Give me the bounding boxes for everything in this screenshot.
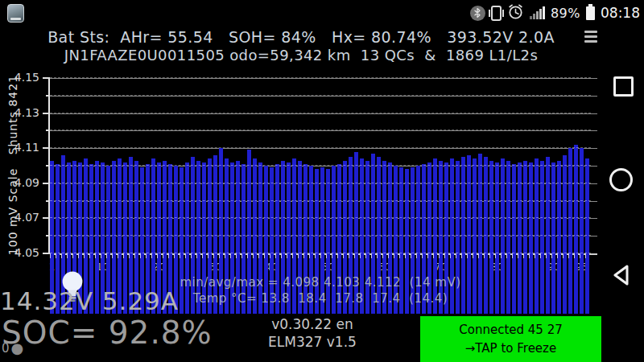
y-axis-tick [43, 217, 50, 219]
battery-status-line: Bat Sts: AHr= 55.54 SOH= 84% Hx= 80.74% … [0, 28, 602, 46]
gridline [50, 78, 597, 79]
gridline [50, 96, 597, 97]
x-axis-ticks [50, 253, 591, 258]
home-button-icon[interactable] [609, 168, 633, 191]
cell-voltage-bar [478, 154, 482, 314]
back-button-icon[interactable] [609, 262, 634, 291]
adapter-version-label: ELM327 v1.5 [232, 334, 393, 350]
y-axis-tick [43, 113, 50, 114]
gridline-dashed [50, 235, 591, 236]
aux-battery-readout: 14.32V 5.29A [0, 286, 179, 315]
y-tick-label: 4.05 [14, 246, 39, 259]
battery-icon [586, 6, 595, 20]
gridline-dashed [50, 113, 591, 113]
battery-percent-label: 89% [551, 6, 580, 21]
gridline-dashed [50, 95, 591, 96]
bluetooth-icon [470, 6, 485, 21]
y-axis-tick [43, 183, 50, 184]
gridline-dashed [50, 130, 591, 130]
page-indicator: 0 ● [2, 341, 23, 356]
y-tick-label: 4.09 [14, 176, 39, 189]
gridline-dashed [50, 147, 591, 148]
y-tick-label: 4.07 [14, 211, 39, 224]
y-axis-tick [43, 147, 50, 149]
gridline-dashed [50, 77, 591, 78]
cell-voltage-bar [371, 154, 375, 314]
page-indicator-number: 0 [2, 341, 10, 356]
signal-icon [530, 6, 545, 19]
y-tick-label: 4.13 [14, 106, 39, 119]
gridline [50, 130, 597, 131]
status-bar-right: 89% 08:18 [470, 0, 640, 26]
y-tick-label: 4.11 [14, 141, 39, 154]
gridline-dashed [50, 165, 591, 166]
gridline-dashed [50, 217, 591, 218]
soc-readout: SOC= 92.8% [2, 315, 213, 351]
menu-icon[interactable] [584, 31, 598, 45]
y-tick-label: 4.15 [14, 71, 39, 84]
connect-status-label: Connected 45 27 [459, 321, 562, 339]
y-axis: 4.154.134.114.094.074.05 [0, 78, 50, 255]
leafspy-screen: 89% 08:18 Bat Sts: AHr= 55.54 SOH= 84% H… [0, 0, 644, 362]
clock-label: 08:18 [601, 5, 640, 21]
notification-thumbnail-icon [7, 4, 24, 23]
gridline [50, 148, 597, 149]
gridline [50, 113, 597, 114]
tap-to-freeze-button[interactable]: Connected 45 27 →TAP to Freeze [420, 316, 601, 362]
recents-button-icon[interactable] [613, 76, 634, 97]
alarm-icon [507, 3, 524, 23]
y-axis-tick [43, 253, 50, 254]
status-bar: 89% 08:18 [0, 0, 644, 26]
y-axis-tick [43, 77, 50, 79]
vin-odometer-line: JN1FAAZE0U0011505 odo=59,342 km 13 QCs &… [0, 47, 602, 64]
freeze-hint-label: →TAP to Freeze [465, 339, 556, 358]
gridline-dashed [50, 183, 591, 183]
page-indicator-dot: ● [11, 341, 24, 356]
gridline-dashed [50, 200, 591, 201]
vibrate-icon [491, 6, 502, 21]
app-version-label: v0.30.22 en [232, 316, 393, 332]
